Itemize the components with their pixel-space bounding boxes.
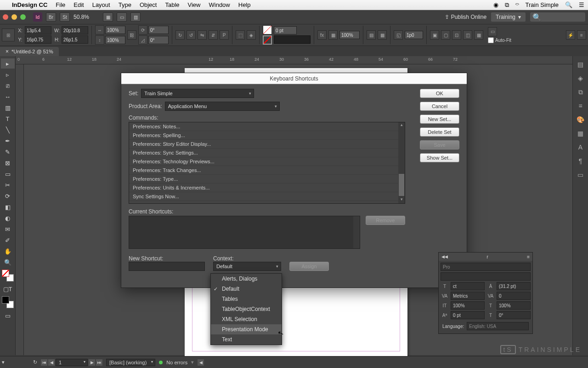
delete-set-button[interactable]: Delete Set xyxy=(420,127,459,137)
direct-selection-tool-icon[interactable]: ▹ xyxy=(1,69,15,80)
font-family-field[interactable]: Pro xyxy=(441,263,531,271)
product-area-select[interactable]: Application Menu xyxy=(165,102,280,111)
font-size-field[interactable]: ct xyxy=(451,282,485,290)
ok-button[interactable]: OK xyxy=(420,89,459,98)
shear-field[interactable]: 0° xyxy=(148,36,169,44)
layers-panel-icon[interactable]: ◈ xyxy=(576,75,586,83)
quick-apply-icon[interactable]: ⚡ xyxy=(566,30,575,40)
character-panel-icon[interactable]: A xyxy=(576,144,586,152)
fit-frame-icon[interactable]: ▢ xyxy=(441,30,450,40)
command-item[interactable]: Sync Settings Now... xyxy=(129,192,405,201)
new-shortcut-input[interactable] xyxy=(129,262,205,271)
spotlight-icon[interactable]: 🔍 xyxy=(565,1,572,8)
fill-swatch-icon[interactable] xyxy=(263,25,272,34)
command-item[interactable]: Preferences: Story Editor Display... xyxy=(129,140,405,149)
color-panel-icon[interactable]: 🎨 xyxy=(576,116,586,124)
minimize-button[interactable] xyxy=(11,14,17,20)
gradient-feather-tool-icon[interactable]: ◐ xyxy=(1,213,15,223)
tracking-field[interactable]: 0 xyxy=(497,292,531,300)
pages-panel-icon[interactable]: ▤ xyxy=(576,61,586,69)
context-option[interactable]: XML Selection xyxy=(211,314,282,324)
command-item[interactable]: Sync Status xyxy=(129,201,405,204)
hand-tool-icon[interactable]: ✋ xyxy=(1,246,15,256)
stroke-style-field[interactable] xyxy=(274,35,311,44)
app-name[interactable]: InDesign CC xyxy=(12,1,47,8)
cc-icon[interactable]: ◉ xyxy=(493,1,498,8)
view-options-icon[interactable]: ▦ xyxy=(103,12,113,22)
fit-content-icon[interactable]: ▣ xyxy=(430,30,439,40)
stroke-panel-icon[interactable]: ≡ xyxy=(576,102,586,110)
context-option[interactable]: ✓Default xyxy=(211,284,282,294)
new-set-button[interactable]: New Set... xyxy=(420,115,459,124)
char-panel-menu-icon[interactable]: ≡ xyxy=(527,254,530,259)
publish-online-button[interactable]: ⇪ Publish Online xyxy=(445,14,486,20)
scissors-tool-icon[interactable]: ✂ xyxy=(1,180,15,190)
swatches-panel-icon[interactable]: ▦ xyxy=(576,130,586,138)
wrap-bound-icon[interactable]: ▦ xyxy=(378,30,387,40)
scroll-left-button[interactable]: ◀ xyxy=(198,359,204,366)
zoom-button[interactable] xyxy=(20,14,26,20)
rectangle-frame-tool-icon[interactable]: ⊠ xyxy=(1,158,15,168)
bridge-icon[interactable]: Br xyxy=(46,12,56,22)
commands-scrollbar[interactable]: ▴▾ xyxy=(398,122,405,203)
corner-icon[interactable]: ◱ xyxy=(394,30,403,40)
y-field[interactable] xyxy=(25,35,51,44)
type-tool-icon[interactable]: T xyxy=(1,114,15,124)
rectangle-tool-icon[interactable]: ▭ xyxy=(1,169,15,179)
assign-button[interactable]: Assign xyxy=(289,262,329,271)
menu-extra-icon[interactable]: ☰ xyxy=(579,1,584,8)
reference-point-icon[interactable]: ⊞ xyxy=(2,29,15,41)
save-button[interactable]: Save xyxy=(420,140,459,150)
selection-tool-icon[interactable]: ▸ xyxy=(1,58,15,69)
flip-h-icon[interactable]: ⇋ xyxy=(198,30,207,40)
command-item[interactable]: Preferences: Units & Increments... xyxy=(129,184,405,192)
command-item[interactable]: Preferences: Type... xyxy=(129,175,405,184)
baseline-field[interactable]: 0 pt xyxy=(451,311,485,319)
center-content-icon[interactable]: ⊡ xyxy=(452,30,461,40)
status-sync-icon[interactable]: ↻ xyxy=(33,359,37,365)
wrap-none-icon[interactable]: ▤ xyxy=(367,30,376,40)
constrain-icon[interactable]: ⛓ xyxy=(127,30,136,40)
menu-file[interactable]: File xyxy=(56,1,65,8)
horizontal-ruler[interactable]: 061218241218243036424854606672 xyxy=(16,56,572,64)
rotate-ccw-icon[interactable]: ↺ xyxy=(187,30,196,40)
pencil-tool-icon[interactable]: ✎ xyxy=(1,147,15,157)
stock-icon[interactable]: St xyxy=(60,12,70,22)
leading-field[interactable]: (31.2 pt) xyxy=(497,282,531,290)
scale-y-field[interactable]: 100% xyxy=(105,36,125,44)
zoom-tool-icon[interactable]: 🔍 xyxy=(1,257,15,267)
hscale-field[interactable]: 100% xyxy=(497,301,531,310)
menu-object[interactable]: Object xyxy=(140,1,157,8)
scale-x-field[interactable]: 100% xyxy=(105,26,125,34)
fill-stroke-swatch[interactable] xyxy=(2,270,14,282)
paragraph-panel-icon[interactable]: ¶ xyxy=(576,157,586,166)
remove-button[interactable]: Remove xyxy=(366,216,405,225)
skew-field[interactable]: 0° xyxy=(497,311,531,319)
stroke-swatch-icon[interactable] xyxy=(263,35,272,45)
select-container-icon[interactable]: ⬚ xyxy=(236,30,245,40)
context-option[interactable]: Alerts, Dialogs xyxy=(211,274,282,284)
font-style-field[interactable] xyxy=(441,272,531,281)
user-name[interactable]: Train Simple xyxy=(526,1,559,8)
next-page-button[interactable]: ▶ xyxy=(89,359,95,366)
preflight-label[interactable]: No errors xyxy=(166,360,187,365)
first-page-button[interactable]: ⏮ xyxy=(41,359,47,366)
rotate-cw-icon[interactable]: ↻ xyxy=(175,30,185,40)
set-select[interactable]: Train Simple xyxy=(141,89,254,98)
autofit-checkbox[interactable]: Auto-Fit xyxy=(488,37,511,43)
note-tool-icon[interactable]: ✉ xyxy=(1,224,15,234)
prev-page-button[interactable]: ◀ xyxy=(48,359,55,366)
gradient-swatch-tool-icon[interactable]: ◧ xyxy=(1,202,15,212)
last-page-button[interactable]: ⏭ xyxy=(96,359,102,366)
cancel-button[interactable]: Cancel xyxy=(420,102,459,111)
free-transform-tool-icon[interactable]: ⟳ xyxy=(1,191,15,201)
screen-mode-icon[interactable]: ▭ xyxy=(117,12,127,22)
links-panel-icon[interactable]: ⧉ xyxy=(576,88,586,97)
dropbox-icon[interactable]: ⧉ xyxy=(505,1,509,9)
stroke-weight-field[interactable]: 0 pt xyxy=(274,26,297,34)
w-field[interactable] xyxy=(62,26,88,34)
menu-edit[interactable]: Edit xyxy=(74,1,84,8)
line-tool-icon[interactable]: ╲ xyxy=(1,125,15,135)
menu-layout[interactable]: Layout xyxy=(92,1,110,8)
formatting-container-icon[interactable]: ▢T xyxy=(1,284,15,294)
